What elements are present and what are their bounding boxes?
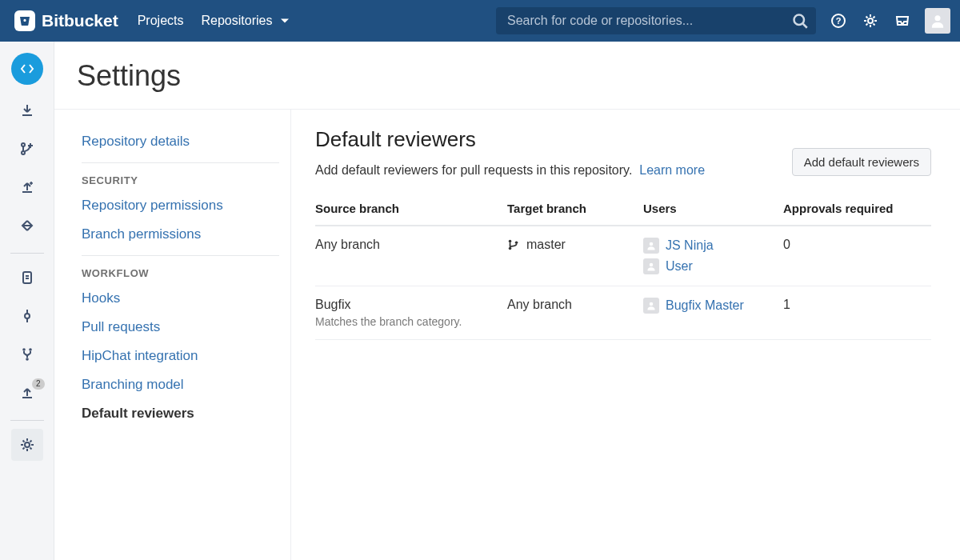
topbar-right (496, 7, 950, 34)
inbox-icon[interactable] (893, 11, 912, 30)
panel-description: Add default reviewers for pull requests … (315, 163, 632, 177)
nav-repositories-label: Repositories (201, 14, 272, 28)
rail-divider (10, 253, 44, 254)
rail-branches-icon[interactable] (11, 338, 43, 370)
reviewers-table: Source branch Target branch Users Approv… (315, 194, 931, 340)
target-branch-value: Any branch (507, 298, 572, 311)
rail-pr-badge: 2 (32, 378, 45, 390)
col-users: Users (643, 194, 783, 226)
user-item: JS Ninja (643, 238, 783, 254)
rail-clone-icon[interactable] (11, 94, 43, 126)
source-branch-subtext: Matches the branch category. (315, 315, 507, 328)
user-avatar-icon (643, 238, 659, 254)
top-navigation: Bitbucket Projects Repositories (0, 0, 960, 42)
approvals-value: 0 (783, 226, 931, 286)
col-approvals: Approvals required (783, 194, 931, 226)
learn-more-link[interactable]: Learn more (639, 163, 705, 177)
rail-create-pr-icon[interactable] (11, 171, 43, 203)
rail-project-icon[interactable] (11, 53, 43, 85)
nav-projects[interactable]: Projects (138, 14, 184, 28)
settings-sidebar: Repository details SECURITY Repository p… (54, 110, 291, 560)
nav-pull-requests[interactable]: Pull requests (82, 313, 279, 342)
user-link[interactable]: User (666, 259, 693, 274)
nav-branch-permissions[interactable]: Branch permissions (82, 220, 279, 249)
rail-create-branch-icon[interactable] (11, 133, 43, 165)
nav-repo-permissions[interactable]: Repository permissions (82, 191, 279, 220)
nav-projects-label: Projects (138, 14, 184, 28)
chevron-down-icon (277, 13, 293, 29)
user-avatar-icon (643, 258, 659, 274)
search-icon[interactable] (792, 13, 808, 31)
rail-divider-2 (10, 420, 44, 421)
branch-icon (507, 238, 520, 252)
nav-section-security: SECURITY (82, 174, 279, 186)
user-item: Bugfix Master (643, 298, 783, 314)
source-branch-value: Any branch (315, 238, 507, 252)
table-row: Any branch master (315, 226, 931, 286)
left-rail: 2 (0, 42, 54, 560)
rail-source-icon[interactable] (11, 262, 43, 294)
help-icon[interactable] (829, 11, 848, 30)
user-link[interactable]: JS Ninja (666, 238, 714, 253)
search-input[interactable] (496, 7, 816, 34)
rail-commits-icon[interactable] (11, 300, 43, 332)
main-area: Settings Repository details SECURITY Rep… (54, 42, 960, 560)
nav-hooks[interactable]: Hooks (82, 284, 279, 313)
user-link[interactable]: Bugfix Master (666, 298, 744, 313)
top-nav-links: Projects Repositories (138, 13, 294, 29)
user-item: User (643, 258, 783, 274)
col-target-branch: Target branch (507, 194, 643, 226)
user-avatar-icon (643, 298, 659, 314)
nav-divider-2 (82, 255, 279, 256)
user-avatar[interactable] (925, 8, 950, 34)
nav-repositories[interactable]: Repositories (201, 13, 293, 29)
table-header-row: Source branch Target branch Users Approv… (315, 194, 931, 226)
nav-repo-details[interactable]: Repository details (82, 127, 279, 156)
add-default-reviewers-button[interactable]: Add default reviewers (792, 148, 931, 176)
default-reviewers-panel: Default reviewers Add default reviewers … (291, 110, 960, 560)
page-header: Settings (54, 42, 960, 110)
nav-divider (82, 162, 279, 163)
source-branch-value: Bugfix (315, 298, 507, 312)
bitbucket-logo-icon (14, 10, 35, 31)
rail-compare-icon[interactable] (11, 210, 43, 242)
brand-logo-group[interactable]: Bitbucket (14, 10, 118, 31)
rail-settings-icon[interactable] (11, 429, 43, 461)
global-search (496, 7, 816, 34)
brand-name: Bitbucket (42, 11, 118, 30)
nav-hipchat[interactable]: HipChat integration (82, 342, 279, 370)
table-row: Bugfix Matches the branch category. Any … (315, 286, 931, 340)
nav-branching-model[interactable]: Branching model (82, 370, 279, 399)
target-branch-value: master (526, 238, 566, 252)
approvals-value: 1 (783, 286, 931, 340)
nav-default-reviewers[interactable]: Default reviewers (82, 399, 279, 428)
page-title: Settings (77, 59, 938, 93)
rail-pull-requests-icon[interactable]: 2 (11, 377, 43, 409)
admin-gear-icon[interactable] (861, 11, 880, 30)
col-source-branch: Source branch (315, 194, 507, 226)
nav-section-workflow: WORKFLOW (82, 267, 279, 279)
